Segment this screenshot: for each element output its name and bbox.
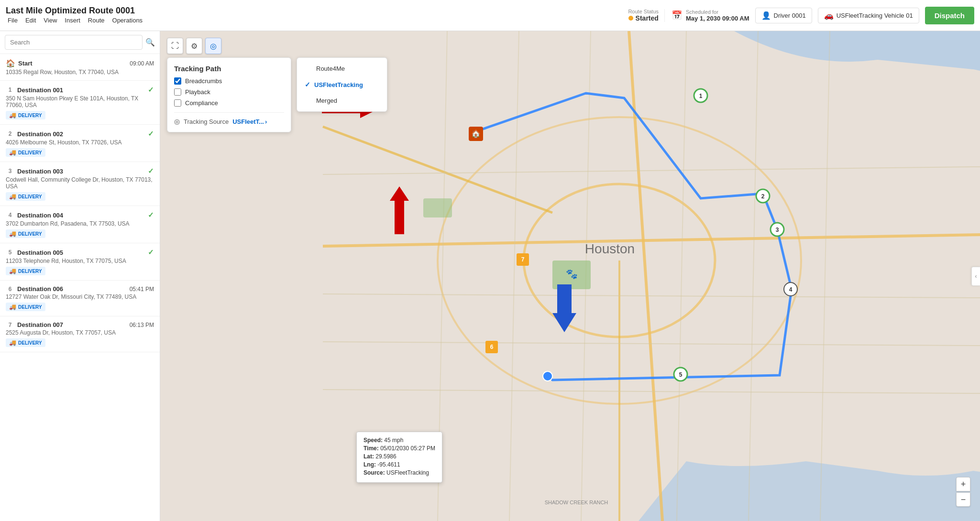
stop-name: Destination 005: [17, 249, 63, 256]
stop-num: 1: [6, 87, 14, 93]
main-layout: 🔍 🏠 Start 09:00 AM 10335 Regal Row, Hous…: [0, 31, 980, 521]
settings-button[interactable]: ⚙: [186, 38, 202, 54]
route-item-3[interactable]: 3 Destination 003 ✓ Codwell Hall, Commun…: [0, 162, 160, 206]
stop-num: 5: [6, 249, 14, 256]
source-merged[interactable]: Merged: [297, 93, 387, 109]
route-list: 🏠 Start 09:00 AM 10335 Regal Row, Housto…: [0, 54, 160, 521]
compliance-label[interactable]: Compliance: [185, 99, 218, 107]
route-item-7[interactable]: 7 Destination 007 06:13 PM 2525 Augusta …: [0, 316, 160, 352]
check-icon: ✓: [148, 167, 154, 175]
breadcrumbs-checkbox[interactable]: [174, 77, 181, 85]
playback-label[interactable]: Playback: [185, 88, 210, 96]
svg-text:2: 2: [761, 193, 765, 200]
search-input[interactable]: [5, 35, 143, 50]
menu-insert[interactable]: Insert: [65, 16, 80, 25]
usfleet-check-icon: ✓: [305, 81, 310, 88]
source-value: USFleetTracking: [386, 469, 429, 476]
time-value: 05/01/2030 05:27 PM: [380, 445, 435, 452]
tracking-source-icon: ◎: [174, 118, 180, 125]
tracking-option-breadcrumbs[interactable]: Breadcrumbs: [174, 77, 284, 85]
svg-rect-18: [423, 198, 452, 217]
menu-route[interactable]: Route: [88, 16, 105, 25]
svg-text:Houston: Houston: [585, 241, 635, 256]
stop-num: 6: [6, 286, 14, 293]
route-item-badge: 🚚DELIVERY: [6, 303, 45, 311]
svg-point-37: [543, 371, 552, 381]
usfleet-label: USFleetTracking: [314, 81, 363, 88]
check-icon: ✓: [148, 248, 154, 257]
route-item-2[interactable]: 2 Destination 002 ✓ 4026 Melbourne St, H…: [0, 125, 160, 162]
zoom-in-button[interactable]: +: [956, 477, 970, 491]
menu-edit[interactable]: Edit: [25, 16, 36, 25]
route-item-addr: 350 N Sam Houston Pkwy E Ste 101A, Houst…: [6, 95, 154, 109]
speed-value: 45 mph: [384, 437, 403, 444]
collapse-handle[interactable]: ‹: [971, 267, 980, 286]
route-item-addr: 11203 Telephone Rd, Houston, TX 77075, U…: [6, 258, 154, 264]
svg-text:SHADOW CREEK RANCH: SHADOW CREEK RANCH: [545, 499, 608, 505]
tracking-source-row: ◎ Tracking Source USFleetT... ›: [174, 112, 284, 125]
dispatch-button[interactable]: Dispatch: [925, 7, 974, 24]
stop-num: 2: [6, 130, 14, 137]
vehicle-block[interactable]: 🚗 USFleetTracking Vehicle 01: [818, 8, 919, 23]
route4me-label: Route4Me: [316, 65, 345, 72]
zoom-out-button[interactable]: −: [956, 492, 970, 507]
search-icon[interactable]: 🔍: [145, 38, 155, 47]
playback-checkbox[interactable]: [174, 88, 181, 96]
route-item-badge: 🚚DELIVERY: [6, 148, 45, 157]
source-label: Source:: [363, 469, 385, 476]
tracking-panel-title: Tracking Path: [174, 65, 284, 73]
check-icon: ✓: [148, 211, 154, 219]
route-item-start[interactable]: 🏠 Start 09:00 AM 10335 Regal Row, Housto…: [0, 54, 160, 81]
sidebar: 🔍 🏠 Start 09:00 AM 10335 Regal Row, Hous…: [0, 31, 160, 521]
source-route4me[interactable]: Route4Me: [297, 61, 387, 76]
route-item-5[interactable]: 5 Destination 005 ✓ 11203 Telephone Rd, …: [0, 243, 160, 281]
route-item-name: 7 Destination 007: [6, 321, 63, 328]
route-item-6[interactable]: 6 Destination 006 05:41 PM 12727 Water O…: [0, 281, 160, 316]
stop-name: Destination 006: [17, 285, 63, 293]
tracking-option-playback[interactable]: Playback: [174, 88, 284, 96]
stop-num: 4: [6, 212, 14, 218]
lng-label: Lng:: [363, 461, 376, 468]
scheduled-label: Scheduled for: [686, 9, 749, 15]
stop-name: Destination 002: [17, 130, 63, 138]
route-item-time: 06:13 PM: [130, 322, 154, 328]
map-zoom: + −: [956, 477, 970, 507]
status-dot: [628, 16, 633, 21]
svg-text:🏠: 🏠: [471, 129, 481, 138]
map-toolbar: ⛶ ⚙ ◎: [167, 38, 221, 54]
lat-label: Lat:: [363, 453, 374, 460]
route-status-block: Route Status Started: [628, 9, 659, 22]
truck-icon: 🚚: [9, 304, 16, 310]
route-item-badge: 🚚DELIVERY: [6, 192, 45, 201]
menu-view[interactable]: View: [44, 16, 57, 25]
route-item-1[interactable]: 1 Destination 001 ✓ 350 N Sam Houston Pk…: [0, 81, 160, 125]
tracking-button[interactable]: ◎: [205, 38, 221, 54]
vehicle-label: USFleetTracking Vehicle 01: [837, 12, 913, 19]
stop-name: Destination 004: [17, 212, 63, 219]
driver-block[interactable]: 👤 Driver 0001: [755, 8, 812, 23]
vehicle-icon: 🚗: [824, 11, 834, 20]
compliance-checkbox[interactable]: [174, 99, 181, 107]
route-item-name: 1 Destination 001: [6, 87, 63, 94]
tracking-source-link[interactable]: USFleetT... ›: [232, 118, 267, 125]
menu-operations[interactable]: Operations: [112, 16, 143, 25]
info-popup: Speed: 45 mph Time: 05/01/2030 05:27 PM …: [356, 432, 442, 483]
expand-button[interactable]: ⛶: [167, 38, 183, 54]
route-item-badge: 🚚DELIVERY: [6, 229, 45, 238]
stop-name: Destination 003: [17, 168, 63, 175]
route-item-addr: 2525 Augusta Dr, Houston, TX 77057, USA: [6, 329, 154, 336]
breadcrumbs-label[interactable]: Breadcrumbs: [185, 77, 222, 85]
svg-text:1: 1: [699, 93, 703, 99]
page-title: Last Mile Optimized Route 0001: [6, 6, 143, 16]
route-item-4[interactable]: 4 Destination 004 ✓ 3702 Dumbarton Rd, P…: [0, 206, 160, 243]
route-item-addr: 3702 Dumbarton Rd, Pasadena, TX 77503, U…: [6, 220, 154, 227]
svg-text:4: 4: [789, 286, 793, 293]
stop-name: Destination 001: [17, 87, 63, 94]
menu-file[interactable]: File: [8, 16, 18, 25]
check-icon: ✓: [148, 86, 154, 94]
route-item-addr: 10335 Regal Row, Houston, TX 77040, USA: [6, 69, 154, 76]
tracking-source-value: USFleetT...: [232, 118, 264, 125]
source-usfleet[interactable]: ✓ USFleetTracking: [297, 76, 387, 93]
route-item-name: 2 Destination 002: [6, 130, 63, 138]
tracking-option-compliance[interactable]: Compliance: [174, 99, 284, 107]
